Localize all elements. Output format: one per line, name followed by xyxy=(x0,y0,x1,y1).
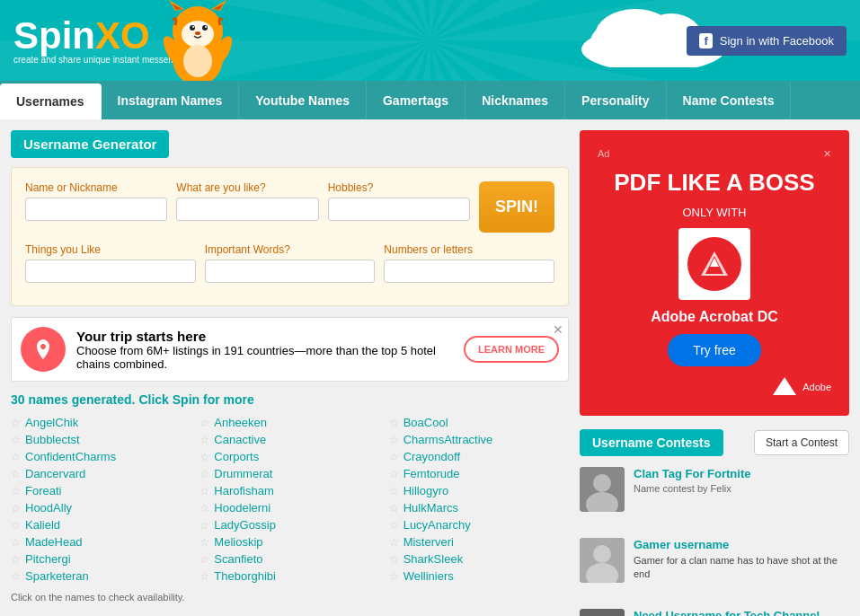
star-icon: ☆ xyxy=(11,502,21,515)
hobbies-input[interactable] xyxy=(328,198,470,221)
mascot xyxy=(162,0,234,81)
star-icon: ☆ xyxy=(199,502,209,515)
name-item[interactable]: ☆AngelChik xyxy=(11,416,191,429)
name-item[interactable]: ☆Hillogyro xyxy=(389,484,569,497)
name-label: Misterveri xyxy=(403,535,454,549)
name-item[interactable]: ☆Welliniers xyxy=(389,569,569,583)
name-item[interactable]: ☆Pitchergi xyxy=(11,552,191,566)
nav-item-personality[interactable]: Personality xyxy=(565,81,666,119)
main-nav: Usernames Instagram Names Youtube Names … xyxy=(0,81,860,119)
star-icon: ☆ xyxy=(199,451,209,463)
important-input[interactable] xyxy=(205,260,376,283)
numbers-field-group: Numbers or letters xyxy=(384,243,554,283)
name-item[interactable]: ☆CharmsAttractive xyxy=(389,433,569,446)
star-icon: ☆ xyxy=(389,536,399,549)
name-item[interactable]: ☆Theborghibi xyxy=(199,569,379,583)
right-ad-product: Adobe Acrobat DC xyxy=(651,309,778,325)
site-header: SpinXO create and share unique instant m… xyxy=(0,0,860,81)
fb-icon: f xyxy=(699,33,712,48)
name-label: Femtorude xyxy=(403,467,460,480)
contest-title-2[interactable]: Gamer username xyxy=(634,538,849,551)
star-icon: ☆ xyxy=(11,570,21,583)
name-label: Pitchergi xyxy=(25,552,71,566)
name-item[interactable]: ☆Crayondoff xyxy=(389,450,569,463)
star-icon: ☆ xyxy=(389,570,399,583)
name-item[interactable]: ☆Hoodelerni xyxy=(199,501,379,515)
name-item[interactable]: ☆SharkSleek xyxy=(389,552,569,566)
hobbies-field-group: Hobbies? xyxy=(328,181,470,221)
name-item[interactable]: ☆Bubblectst xyxy=(11,433,191,446)
learn-more-button[interactable]: LEARN MORE xyxy=(464,336,559,363)
name-item[interactable]: ☆Harofisham xyxy=(199,484,379,497)
name-item[interactable]: ☆Drummerat xyxy=(199,467,379,480)
name-label: Kalield xyxy=(25,518,60,532)
nav-item-instagram[interactable]: Instagram Names xyxy=(102,81,240,119)
name-item[interactable]: ☆Melioskip xyxy=(199,535,379,549)
star-icon: ☆ xyxy=(389,434,399,446)
avatar-1-img xyxy=(580,467,625,512)
name-label: Melioskip xyxy=(214,535,262,549)
svg-point-10 xyxy=(202,25,208,31)
airbnb-icon xyxy=(21,327,66,372)
avatar-2-img xyxy=(580,538,625,583)
name-item[interactable]: ☆Femtorude xyxy=(389,467,569,480)
name-item[interactable]: ☆BoaCool xyxy=(389,416,569,429)
nav-item-name-contests[interactable]: Name Contests xyxy=(667,81,792,119)
ad-close-right[interactable]: ✕ xyxy=(823,148,831,160)
star-icon: ☆ xyxy=(11,451,21,463)
what-input[interactable] xyxy=(176,198,318,221)
name-label: Corports xyxy=(214,450,259,463)
things-input[interactable] xyxy=(25,260,196,283)
name-label: HoodAlly xyxy=(25,501,72,515)
start-contest-button[interactable]: Start a Contest xyxy=(754,430,849,455)
contest-title-1[interactable]: Clan Tag For Fortnite xyxy=(634,467,750,480)
contest-title-3[interactable]: Need Username for Tech Channel xyxy=(634,609,849,616)
fb-signin-button[interactable]: f Sign in with Facebook xyxy=(687,26,847,56)
contests-header: Username Contests Start a Contest xyxy=(580,429,849,456)
name-label: Foreati xyxy=(25,484,61,497)
contests-section: Username Contests Start a Contest Clan T… xyxy=(580,429,849,616)
name-item[interactable]: ☆Foreati xyxy=(11,484,191,497)
try-free-button[interactable]: Try free xyxy=(668,334,761,366)
important-label: Important Words? xyxy=(205,243,376,256)
name-item[interactable]: ☆Kalield xyxy=(11,518,191,532)
name-item[interactable]: ☆ConfidentCharms xyxy=(11,450,191,463)
name-item[interactable]: ☆HulkMarcs xyxy=(389,501,569,515)
fb-signin-label: Sign in with Facebook xyxy=(720,34,834,48)
name-label: BoaCool xyxy=(403,416,448,429)
name-item[interactable]: ☆LadyGossip xyxy=(199,518,379,532)
spin-button[interactable]: SPIN! xyxy=(479,181,554,233)
right-ad-panel: Ad ✕ PDF LIKE A BOSS ONLY WITH Adobe Acr… xyxy=(580,130,849,416)
ad-text-content: Your trip starts here Choose from 6M+ li… xyxy=(76,329,453,371)
name-item[interactable]: ☆Canactive xyxy=(199,433,379,446)
name-item[interactable]: ☆Anheeken xyxy=(199,416,379,429)
contest-info-2: Gamer username Gamer for a clan name has… xyxy=(634,538,849,583)
star-icon: ☆ xyxy=(389,417,399,429)
svg-point-9 xyxy=(190,25,195,31)
star-icon: ☆ xyxy=(11,485,21,497)
name-item[interactable]: ☆Dancervard xyxy=(11,467,191,480)
form-row-2: Things you Like Important Words? Numbers… xyxy=(25,243,554,283)
name-item[interactable]: ☆MadeHead xyxy=(11,535,191,549)
logo-spin: Spin xyxy=(13,14,95,57)
what-field-group: What are you like? xyxy=(176,181,318,221)
main-container: Username Generator Name or Nickname What… xyxy=(0,119,860,616)
name-item[interactable]: ☆LucyAnarchy xyxy=(389,518,569,532)
nav-item-nicknames[interactable]: Nicknames xyxy=(465,81,565,119)
name-item[interactable]: ☆HoodAlly xyxy=(11,501,191,515)
name-item[interactable]: ☆Misterveri xyxy=(389,535,569,549)
name-item[interactable]: ☆Scanfieto xyxy=(199,552,379,566)
name-label: SharkSleek xyxy=(403,552,463,566)
svg-point-22 xyxy=(593,474,611,492)
nav-item-gamertags[interactable]: Gamertags xyxy=(367,81,465,119)
numbers-input[interactable] xyxy=(384,260,554,283)
name-item[interactable]: ☆Corports xyxy=(199,450,379,463)
ad-close-button[interactable]: ✕ xyxy=(553,322,563,337)
name-item[interactable]: ☆Sparketeran xyxy=(11,569,191,583)
svg-point-20 xyxy=(590,22,644,62)
nav-item-youtube[interactable]: Youtube Names xyxy=(239,81,367,119)
star-icon: ☆ xyxy=(199,417,209,429)
nav-item-usernames[interactable]: Usernames xyxy=(0,84,102,119)
name-input[interactable] xyxy=(25,198,167,221)
name-label: CharmsAttractive xyxy=(403,433,493,446)
